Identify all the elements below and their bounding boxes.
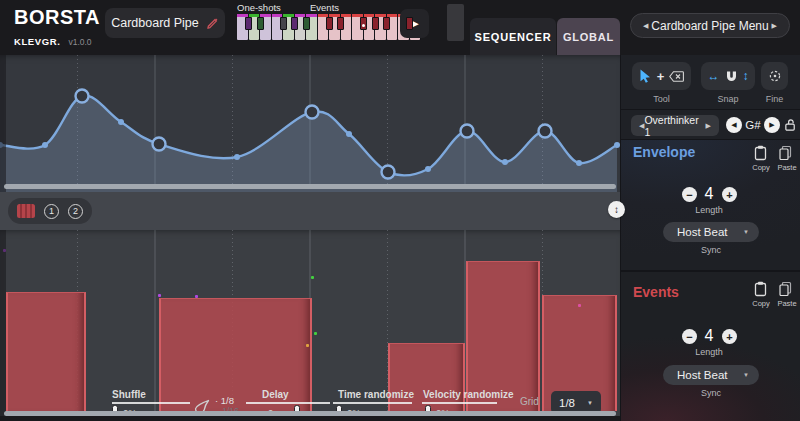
length-value: 4 [696,185,722,203]
envelope-point[interactable] [346,131,352,137]
envelope-point[interactable] [502,159,508,165]
brand-row: KLEVGR.v1.0.0 [14,31,92,49]
paste-label: Paste [770,163,800,172]
sync-value: Host Beat [677,369,728,381]
length-plus-button[interactable]: + [722,187,737,202]
preset-menu-button[interactable]: ◀ Cardboard Pipe Menu ▶ [630,13,790,38]
envelope-point[interactable] [42,142,48,148]
left-edge-band [0,230,6,421]
level-meter [447,4,464,41]
events-section: Events Copy Paste − 4 + Length Host Beat… [621,272,800,421]
fine-adjust-icon[interactable] [768,69,782,83]
events-section-title: Events [633,284,679,300]
event-marker-dot [314,332,317,335]
pattern-next-icon[interactable]: ▶ [706,122,711,130]
length-value: 4 [696,327,722,345]
length-minus-button[interactable]: − [682,187,697,202]
snap-vertical-icon[interactable]: ↕ [743,69,749,83]
sync-select[interactable]: Host Beat ▼ [663,365,759,385]
black-key[interactable] [257,17,264,30]
magnet-icon[interactable] [725,70,738,83]
preset-name-button[interactable]: Cardboard Pipe [105,8,225,38]
envelope-node[interactable] [382,166,395,179]
black-key[interactable] [291,17,298,30]
black-key[interactable] [406,17,413,30]
length-label: Length [676,205,742,215]
black-key[interactable] [337,17,344,30]
brand-name: KLEVGR. [14,36,60,47]
envelope-node[interactable] [76,90,89,103]
tab-global[interactable]: GLOBAL [557,18,620,55]
paste-icon[interactable] [778,145,793,161]
paste-icon[interactable] [778,281,793,297]
black-key[interactable] [245,17,252,30]
borsta-plugin-window: BORSTA KLEVGR.v1.0.0 Cardboard Pipe One-… [0,0,800,421]
slider-track[interactable] [246,402,330,404]
envelope-editor[interactable] [0,55,620,192]
snap-group-label: Snap [701,94,755,104]
envelope-point[interactable] [425,166,431,172]
chevron-down-icon: ▼ [743,229,749,235]
copy-icon[interactable] [753,145,768,161]
note-next-button[interactable]: ▶ [764,117,780,133]
fine-group [761,62,788,90]
envelope-section-title: Envelope [633,144,695,160]
envelope-node[interactable] [153,138,166,151]
envelope-scrollbar[interactable] [4,184,616,189]
menu-next-icon[interactable]: ▶ [772,22,777,30]
sync-select[interactable]: Host Beat ▼ [663,222,759,242]
step-2-button[interactable]: 2 [68,204,83,219]
slider-track[interactable] [422,402,497,404]
black-key[interactable] [372,17,379,30]
divider [621,109,800,110]
step-1-button[interactable]: 1 [44,204,59,219]
copy-icon[interactable] [753,281,768,297]
black-key[interactable] [383,17,390,30]
sequencer-toolbar: 1 2 Shuffle 0% · 1/8 · 1/16 Delay 0ms Ti… [0,192,620,230]
sequencer-bar[interactable] [6,292,86,411]
envelope-point[interactable] [576,160,582,166]
expand-icon: ↕ [614,204,619,215]
envelope-section: Envelope Copy Paste − 4 + Length Host Be… [621,140,800,270]
envelope-point[interactable] [118,119,124,125]
events-label: Events [310,2,339,13]
envelope-point[interactable] [234,154,240,160]
envelope-canvas[interactable] [0,55,620,192]
tool-group-label: Tool [632,94,691,104]
slider-label: Velocity randomize [423,389,514,400]
delete-tool-button[interactable] [669,71,684,82]
black-key[interactable] [326,17,333,30]
note-prev-button[interactable]: ◀ [726,117,742,133]
expand-vertical-button[interactable]: ↕ [608,201,625,218]
sync-label: Sync [663,245,759,255]
slider-track[interactable] [112,402,190,404]
black-key[interactable] [303,17,310,30]
slider-label: Time randomize [338,389,414,400]
black-key[interactable] [360,17,367,30]
mini-keyboard[interactable] [237,14,421,40]
tab-sequencer[interactable]: SEQUENCER [470,18,556,55]
cursor-tool-button[interactable] [639,69,652,83]
slider-track[interactable] [333,402,412,404]
length-plus-button[interactable]: + [722,329,737,344]
length-minus-button[interactable]: − [682,329,697,344]
black-key[interactable] [280,17,287,30]
grid-value: 1/8 [559,397,575,409]
tab-label: SEQUENCER [475,31,552,43]
snap-horizontal-icon[interactable]: ↔ [708,69,720,83]
menu-prev-icon[interactable]: ◀ [643,22,648,30]
preset-name: Cardboard Pipe [111,16,199,30]
length-label: Length [676,347,742,357]
brush-icon[interactable] [17,204,35,218]
slider-label: Delay [262,389,289,400]
envelope-node[interactable] [539,125,552,138]
snap-group: ↔ ↕ [701,62,755,90]
left-edge-band [0,55,6,192]
pattern-select[interactable]: ◀ Overthinker 1 ▶ [631,115,719,136]
envelope-node[interactable] [306,106,319,119]
add-tool-button[interactable]: + [657,69,665,84]
grid-label: Grid [520,396,539,407]
lock-open-icon[interactable] [784,118,797,132]
envelope-node[interactable] [461,125,474,138]
play-button[interactable]: ▶ [400,9,429,38]
